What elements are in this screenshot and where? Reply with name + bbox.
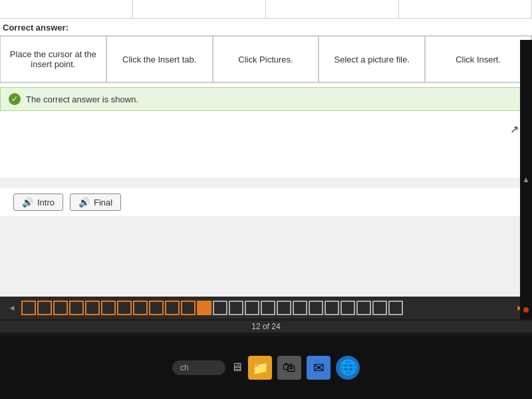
speaker-icon-intro: 🔊 [22,197,33,207]
check-icon: ✓ [9,93,21,105]
spacer [0,111,532,178]
progress-bar-area: ◄ ► [0,297,532,319]
taskbar-main: ch 🖥 📁 🛍 ✉ 🌐 [0,336,532,399]
final-label: Final [94,198,112,207]
top-cell-4 [399,0,532,18]
intro-label: Intro [37,198,55,207]
answer-step-5: Click Insert. [425,36,531,82]
answer-steps-row: Place the cursor at the insert point. Cl… [0,35,532,83]
notification-dot [523,307,529,313]
prev-button[interactable]: ◄ [5,302,19,314]
progress-cell-empty[interactable] [293,301,307,315]
progress-cell-empty[interactable] [325,301,339,315]
progress-cell[interactable] [165,301,180,315]
progress-cell[interactable] [85,301,100,315]
audio-controls: 🔊 Intro 🔊 Final [0,188,532,216]
progress-cells [21,301,511,315]
progress-cell[interactable] [21,301,36,315]
final-button[interactable]: 🔊 Final [70,194,121,211]
progress-cell-active[interactable] [197,301,211,315]
taskbar: ch 🖥 📁 🛍 ✉ 🌐 [0,336,532,399]
progress-cell[interactable] [37,301,52,315]
progress-cell-empty[interactable] [309,301,323,315]
progress-cell[interactable] [117,301,132,315]
correct-answer-banner: ✓ The correct answer is shown. [0,87,532,111]
progress-cell[interactable] [53,301,68,315]
answer-step-3: Click Pictures. [213,36,319,82]
mail-icon[interactable]: ✉ [307,356,331,380]
progress-cell[interactable] [101,301,116,315]
progress-cell[interactable] [149,301,164,315]
answer-step-1: Place the cursor at the insert point. [0,36,106,82]
progress-cell-empty[interactable] [340,301,355,315]
top-cell-2 [133,0,266,18]
taskbar-search[interactable]: ch [172,360,225,375]
progress-cell-empty[interactable] [261,301,275,315]
answer-step-4: Select a picture file. [319,36,425,82]
correct-banner-text: The correct answer is shown. [26,94,138,104]
progress-cell[interactable] [69,301,84,315]
top-cell-1 [0,0,133,18]
top-cell-3 [266,0,399,18]
page-counter: 12 of 24 [0,321,532,332]
progress-cell-empty[interactable] [245,301,259,315]
speaker-icon-final: 🔊 [78,197,90,207]
answer-step-2: Click the Insert tab. [106,36,213,82]
progress-cell[interactable] [133,301,148,315]
progress-cell[interactable] [181,301,196,315]
progress-cell-empty[interactable] [213,301,227,315]
progress-cell-empty[interactable] [229,301,243,315]
cursor-indicator: ↗ [510,123,519,136]
correct-answer-label: Correct answer: [0,19,532,35]
intro-button[interactable]: 🔊 Intro [13,194,63,211]
edge-icon[interactable]: 🌐 [336,356,360,380]
file-manager-icon[interactable]: 📁 [248,356,272,380]
side-expand-arrow[interactable]: ▲ [520,40,532,319]
progress-cell-empty[interactable] [388,301,403,315]
progress-cell-empty[interactable] [356,301,371,315]
progress-cell-empty[interactable] [277,301,291,315]
store-icon[interactable]: 🛍 [277,356,301,380]
progress-cell-empty[interactable] [372,301,387,315]
windows-icon[interactable]: 🖥 [231,360,243,374]
